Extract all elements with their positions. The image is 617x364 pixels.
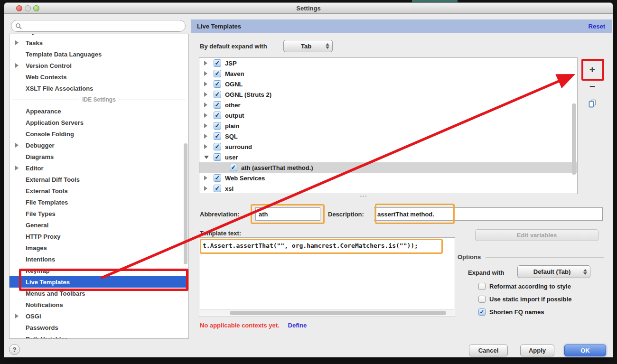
template-enabled-checkbox[interactable]: ✓ (214, 122, 221, 130)
reset-link[interactable]: Reset (589, 23, 612, 30)
option-row-reformat-according-to-style[interactable]: Reformat according to style (478, 282, 571, 290)
template-editor-hscrollbar-track[interactable] (200, 309, 454, 316)
titlebar[interactable]: Settings (4, 3, 613, 14)
option-row-use-static-import-if-possible[interactable]: Use static import if possible (478, 295, 571, 303)
sidebar-item-tasks[interactable]: Tasks (9, 37, 188, 48)
expand-arrow-icon[interactable] (204, 123, 207, 128)
sidebar-item-external-diff-tools[interactable]: External Diff Tools (9, 174, 188, 185)
option-row-shorten-fq-names[interactable]: ✓Shorten FQ names (478, 308, 544, 316)
template-editor-hscrollbar-thumb[interactable] (230, 311, 446, 315)
option-checkbox[interactable] (478, 283, 486, 290)
sidebar-item-live-templates[interactable]: Live Templates (9, 276, 188, 288)
tree-row-plain[interactable]: ✓plain (199, 121, 577, 131)
add-template-button[interactable]: + (586, 64, 598, 76)
tree-row-web-services[interactable]: ✓Web Services (199, 173, 577, 183)
expand-arrow-icon[interactable] (15, 143, 19, 148)
sidebar-item-http-proxy[interactable]: HTTP Proxy (9, 231, 188, 242)
template-enabled-checkbox[interactable]: ✓ (214, 174, 221, 182)
settings-search-field[interactable] (11, 20, 186, 32)
define-context-link[interactable]: Define (288, 322, 307, 329)
tree-row-maven[interactable]: ✓Maven (199, 68, 577, 79)
search-input[interactable] (22, 22, 185, 30)
sidebar-item-xslt-file-associations[interactable]: XSLT File Associations (9, 83, 188, 94)
abbreviation-input[interactable] (255, 207, 320, 221)
sidebar-item-path-variables[interactable]: Path Variables (9, 333, 188, 339)
template-enabled-checkbox[interactable]: ✓ (214, 59, 221, 67)
tree-row-other[interactable]: ✓other (199, 100, 577, 110)
expand-arrow-icon[interactable] (204, 186, 207, 191)
template-enabled-checkbox[interactable]: ✓ (214, 153, 221, 161)
edit-variables-button[interactable]: Edit variables (475, 229, 598, 241)
sidebar-item-keymap[interactable]: Keymap (9, 265, 188, 276)
expand-with-dropdown[interactable]: Default (Tab) (517, 265, 590, 278)
sidebar-item-passwords[interactable]: Passwords (9, 322, 188, 333)
template-enabled-checkbox[interactable]: ✓ (214, 185, 221, 192)
sidebar-item-menus-and-toolbars[interactable]: Menus and Toolbars (9, 288, 188, 299)
sidebar-item-intentions[interactable]: Intentions (9, 253, 188, 265)
expand-arrow-icon[interactable] (15, 314, 19, 318)
expand-arrow-icon[interactable] (204, 71, 207, 76)
sidebar-item-sql-dialects[interactable]: SQL Dialects (9, 34, 188, 37)
expand-arrow-icon[interactable] (204, 113, 207, 118)
expand-arrow-icon[interactable] (204, 92, 207, 97)
expand-arrow-icon[interactable] (15, 40, 19, 45)
sidebar-item-template-data-languages[interactable]: Template Data Languages (9, 48, 188, 60)
expand-arrow-icon[interactable] (204, 134, 207, 139)
template-text-editor[interactable]: t.Assert.assertThat("", org.hamcrest.Cor… (199, 237, 455, 317)
tree-row-sql[interactable]: ✓SQL (199, 131, 577, 141)
template-enabled-checkbox[interactable]: ✓ (214, 70, 221, 77)
description-input[interactable] (374, 207, 603, 221)
template-enabled-checkbox[interactable]: ✓ (214, 112, 221, 119)
option-checkbox[interactable]: ✓ (478, 308, 486, 316)
sidebar-item-editor[interactable]: Editor (9, 162, 188, 174)
template-group-tree[interactable]: ✓JSP✓Maven✓OGNL✓OGNL (Struts 2)✓other✓ou… (199, 57, 578, 194)
sidebar-item-osgi[interactable]: OSGi (9, 310, 188, 322)
tree-row-user[interactable]: ✓user (199, 152, 577, 162)
expand-arrow-icon[interactable] (15, 166, 19, 170)
sidebar-item-notifications[interactable]: Notifications (9, 299, 188, 310)
sidebar-item-diagrams[interactable]: Diagrams (9, 151, 188, 162)
cancel-button[interactable]: Cancel (469, 345, 508, 356)
tree-row-jsp[interactable]: ✓JSP (199, 58, 577, 68)
sidebar-item-file-templates[interactable]: File Templates (9, 196, 188, 208)
sidebar-item-debugger[interactable]: Debugger (9, 140, 188, 151)
sidebar-item-general[interactable]: General (9, 219, 188, 231)
expand-arrow-icon[interactable] (204, 103, 207, 107)
expand-arrow-icon[interactable] (204, 61, 207, 65)
template-enabled-checkbox[interactable]: ✓ (214, 91, 221, 98)
template-enabled-checkbox[interactable]: ✓ (214, 101, 221, 109)
template-enabled-checkbox[interactable]: ✓ (214, 132, 221, 140)
settings-category-list[interactable]: SQL DialectsTasksTemplate Data Languages… (9, 34, 189, 339)
sidebar-item-external-tools[interactable]: External Tools (9, 185, 188, 196)
sidebar-item-version-control[interactable]: Version Control (9, 60, 188, 71)
expand-arrow-icon[interactable] (15, 63, 19, 68)
copy-template-button[interactable] (586, 97, 598, 110)
sidebar-item-appearance[interactable]: Appearance (9, 105, 188, 117)
tree-row-ath-assertthat-method-[interactable]: ✓ath (assertThat method.) (199, 162, 577, 173)
tree-row-ognl[interactable]: ✓OGNL (199, 79, 577, 89)
sidebar-item-web-contexts[interactable]: Web Contexts (9, 71, 188, 83)
tree-row-xsl[interactable]: ✓xsl (199, 183, 577, 194)
default-expand-dropdown[interactable]: Tab (283, 40, 333, 52)
ok-button[interactable]: OK (564, 345, 606, 356)
expand-arrow-icon[interactable] (204, 144, 207, 149)
option-checkbox[interactable] (478, 296, 486, 303)
sidebar-item-images[interactable]: Images (9, 242, 188, 253)
tree-row-surround[interactable]: ✓surround (199, 141, 577, 152)
expand-arrow-icon[interactable] (204, 82, 207, 86)
collapse-arrow-icon[interactable] (204, 156, 209, 159)
tree-scrollbar[interactable] (572, 103, 576, 175)
tree-row-output[interactable]: ✓output (199, 110, 577, 121)
expand-arrow-icon[interactable] (204, 176, 207, 180)
sidebar-item-file-types[interactable]: File Types (9, 208, 188, 219)
splitter-grip[interactable] (357, 195, 369, 197)
help-button[interactable]: ? (9, 344, 20, 355)
remove-template-button[interactable]: − (586, 80, 598, 93)
apply-button[interactable]: Apply (520, 345, 554, 356)
template-enabled-checkbox[interactable]: ✓ (230, 164, 237, 171)
sidebar-item-console-folding[interactable]: Console Folding (9, 128, 188, 140)
template-enabled-checkbox[interactable]: ✓ (214, 80, 221, 88)
sidebar-item-application-servers[interactable]: Application Servers (9, 117, 188, 128)
template-enabled-checkbox[interactable]: ✓ (214, 143, 221, 150)
tree-row-ognl-struts-2-[interactable]: ✓OGNL (Struts 2) (199, 89, 577, 100)
